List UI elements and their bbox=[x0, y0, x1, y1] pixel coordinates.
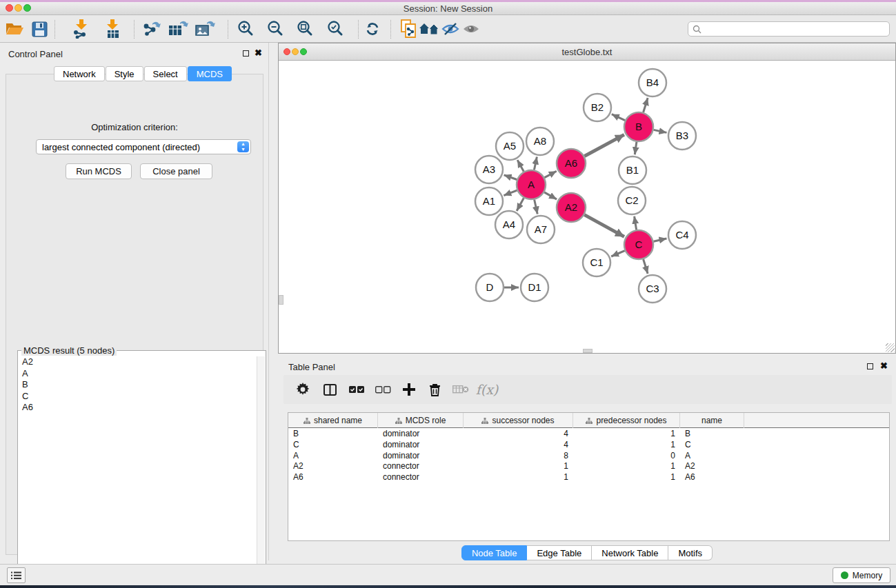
node-B[interactable]: B bbox=[624, 112, 653, 141]
select-all-button[interactable] bbox=[346, 380, 367, 399]
node-A8[interactable]: A8 bbox=[526, 128, 554, 155]
zoom-in-button[interactable] bbox=[235, 19, 258, 39]
edge-A-A1[interactable] bbox=[504, 190, 517, 196]
node-B3[interactable]: B3 bbox=[668, 122, 696, 150]
edge-C-C2[interactable] bbox=[635, 216, 637, 230]
tab-edge-table[interactable]: Edge Table bbox=[527, 545, 592, 560]
result-item[interactable]: B bbox=[19, 379, 257, 391]
edge-A-A5[interactable] bbox=[517, 160, 524, 172]
column-header-shared-name[interactable]: shared name bbox=[288, 413, 378, 428]
export-image-button[interactable] bbox=[194, 19, 217, 39]
tab-style[interactable]: Style bbox=[106, 66, 143, 81]
float-panel-icon[interactable] bbox=[243, 50, 249, 57]
edge-A-A7[interactable] bbox=[535, 200, 538, 214]
edge-B-B2[interactable] bbox=[612, 114, 625, 121]
edge-C-C3[interactable] bbox=[644, 259, 648, 274]
node-B1[interactable]: B1 bbox=[619, 156, 646, 184]
table-row[interactable]: Adominator80A bbox=[288, 450, 889, 461]
column-header-MCDS-role[interactable]: MCDS role bbox=[378, 413, 464, 428]
edge-B-B1[interactable] bbox=[635, 142, 637, 154]
zoom-fit-button[interactable] bbox=[294, 19, 317, 39]
import-network-button[interactable] bbox=[70, 19, 93, 39]
add-column-button[interactable] bbox=[399, 380, 419, 399]
edge-B-B3[interactable] bbox=[654, 130, 667, 132]
column-header-name[interactable]: name bbox=[680, 413, 744, 428]
edge-A-A4[interactable] bbox=[517, 198, 524, 211]
tab-mcds[interactable]: MCDS bbox=[188, 66, 232, 81]
edge-A2-C[interactable] bbox=[584, 215, 624, 237]
tab-motifs[interactable]: Motifs bbox=[668, 545, 713, 560]
close-panel-icon[interactable]: ✖ bbox=[255, 48, 262, 58]
node-A6[interactable]: A6 bbox=[557, 149, 586, 178]
node-A2[interactable]: A2 bbox=[557, 193, 586, 222]
node-A[interactable]: A bbox=[517, 170, 546, 199]
node-A3[interactable]: A3 bbox=[475, 156, 503, 183]
edge-A6-B[interactable] bbox=[584, 134, 624, 156]
edge-A-A8[interactable] bbox=[534, 157, 537, 170]
tab-network-table[interactable]: Network Table bbox=[592, 545, 668, 560]
network-vscroll-thumb[interactable] bbox=[279, 295, 283, 305]
table-row[interactable]: A6connector11A6 bbox=[288, 472, 889, 483]
node-A4[interactable]: A4 bbox=[495, 211, 523, 239]
tab-select[interactable]: Select bbox=[144, 66, 187, 81]
edge-C-C4[interactable] bbox=[654, 239, 667, 241]
memory-button[interactable]: Memory bbox=[833, 567, 890, 583]
node-A5[interactable]: A5 bbox=[496, 132, 524, 160]
node-C[interactable]: C bbox=[624, 230, 653, 259]
result-item[interactable]: A6 bbox=[19, 402, 257, 414]
criterion-dropdown[interactable]: largest connected component (directed) ▲… bbox=[36, 139, 251, 154]
hide-selected-button[interactable] bbox=[439, 19, 462, 39]
node-A7[interactable]: A7 bbox=[527, 216, 555, 243]
edge-A-A6[interactable] bbox=[544, 171, 556, 177]
edge-B-B4[interactable] bbox=[644, 98, 648, 112]
new-network-from-selection-button[interactable] bbox=[397, 19, 421, 39]
edge-A-A3[interactable] bbox=[504, 175, 517, 180]
table-settings-button[interactable] bbox=[292, 380, 313, 399]
node-B2[interactable]: B2 bbox=[584, 94, 611, 121]
open-session-button[interactable] bbox=[3, 19, 26, 39]
table-row[interactable]: Cdominator41C bbox=[288, 439, 889, 450]
node-C1[interactable]: C1 bbox=[583, 249, 610, 276]
refresh-view-button[interactable] bbox=[361, 19, 384, 39]
node-A1[interactable]: A1 bbox=[475, 187, 503, 215]
column-layout-button[interactable] bbox=[319, 380, 340, 399]
run-mcds-button[interactable]: Run MCDS bbox=[66, 163, 132, 179]
import-table-button[interactable] bbox=[101, 19, 124, 39]
result-scrollbar[interactable] bbox=[257, 356, 265, 580]
delete-column-button[interactable] bbox=[424, 380, 445, 399]
network-canvas[interactable]: AA1A3A5A8A6A4A7A2BB2B4B3B1C2CC4C1C3DD1 bbox=[279, 61, 895, 353]
column-header-successor-nodes[interactable]: successor nodes bbox=[464, 413, 573, 428]
resize-grip[interactable] bbox=[886, 343, 895, 352]
show-all-button[interactable] bbox=[459, 19, 483, 39]
network-titlebar[interactable]: testGlobe.txt bbox=[279, 43, 895, 61]
table-close-icon[interactable]: ✖ bbox=[880, 361, 888, 371]
export-table-button[interactable] bbox=[167, 19, 190, 39]
node-C4[interactable]: C4 bbox=[668, 221, 696, 249]
node-B4[interactable]: B4 bbox=[639, 69, 666, 97]
save-session-button[interactable] bbox=[28, 19, 51, 39]
result-item[interactable]: C bbox=[19, 391, 257, 403]
zoom-out-button[interactable] bbox=[264, 19, 288, 39]
table-float-icon[interactable] bbox=[867, 363, 873, 369]
column-header-predecessor-nodes[interactable]: predecessor nodes bbox=[573, 413, 680, 428]
task-history-button[interactable] bbox=[7, 567, 26, 583]
zoom-selected-button[interactable] bbox=[324, 19, 348, 39]
search-field[interactable] bbox=[688, 21, 890, 37]
export-network-button[interactable] bbox=[140, 19, 163, 39]
node-D[interactable]: D bbox=[476, 274, 504, 301]
table-row[interactable]: A2connector11A2 bbox=[288, 460, 889, 472]
mcds-result-list[interactable]: A2ABCA6 bbox=[19, 356, 257, 580]
close-panel-button[interactable]: Close panel bbox=[140, 163, 212, 179]
deselect-all-button[interactable] bbox=[372, 380, 393, 399]
node-C2[interactable]: C2 bbox=[618, 187, 646, 214]
edge-A-A2[interactable] bbox=[544, 192, 557, 199]
tab-node-table[interactable]: Node Table bbox=[461, 545, 528, 560]
network-hscroll-thumb[interactable] bbox=[583, 349, 593, 353]
edge-C-C1[interactable] bbox=[611, 251, 625, 256]
home-layout-button[interactable] bbox=[418, 19, 441, 39]
search-input[interactable] bbox=[704, 23, 889, 35]
table-row[interactable]: Bdominator41B bbox=[288, 428, 889, 439]
node-D1[interactable]: D1 bbox=[521, 274, 548, 301]
result-item[interactable]: A2 bbox=[19, 356, 257, 368]
tab-network[interactable]: Network bbox=[54, 66, 105, 81]
